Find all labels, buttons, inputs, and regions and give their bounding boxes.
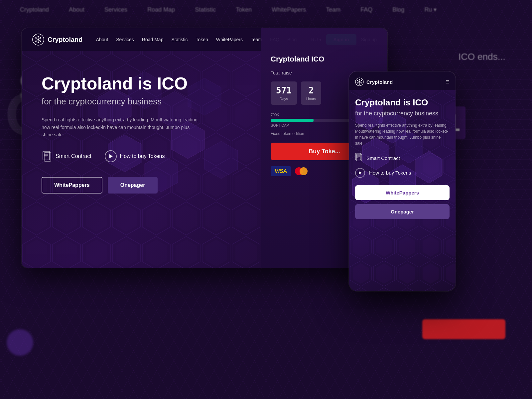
desktop-logo-text: Cryptoland: [48, 36, 83, 44]
mobile-whitepaper-button[interactable]: WhitePappers: [355, 185, 450, 200]
nav-link-about[interactable]: About: [96, 37, 108, 42]
bg-nav-about: About: [69, 6, 84, 13]
nav-link-roadmap[interactable]: Road Map: [142, 37, 164, 42]
mobile-smart-contract-link[interactable]: Smart Contract: [355, 153, 450, 163]
mobile-hero-title: Cryptoland is ICO: [355, 97, 450, 108]
desktop-logo[interactable]: Cryptoland: [32, 34, 83, 46]
bg-nav-blog: Blog: [392, 6, 404, 13]
mobile-hero-description: Spend real fights effective anything ext…: [355, 122, 450, 146]
timer-days-label: Days: [276, 97, 292, 101]
nav-link-team[interactable]: Team: [251, 37, 262, 42]
smart-contract-icon: [42, 151, 52, 162]
bg-nav-lang: Ru ▾: [424, 6, 437, 13]
mobile-hamburger-icon[interactable]: ≡: [446, 78, 450, 86]
bg-nav-roadmap: Road Map: [147, 6, 175, 13]
svg-line-21: [38, 40, 41, 41]
visa-icon: VISA: [271, 166, 291, 176]
nav-link-whitepapers[interactable]: WhitePapers: [216, 37, 243, 42]
bg-nav-team: Team: [326, 6, 340, 13]
nav-link-token[interactable]: Token: [196, 37, 208, 42]
background-nav: Cryptoland About Services Road Map Stati…: [0, 6, 532, 13]
background-red-bar: [422, 319, 505, 339]
svg-marker-30: [109, 154, 113, 158]
timer-days-block: 571 Days: [271, 81, 297, 105]
mobile-hero: Cryptoland is ICO for the cryptocurrency…: [349, 90, 456, 224]
hero-description: Spend real fights effective anything ext…: [42, 116, 201, 138]
smart-contract-label: Smart Contract: [56, 153, 91, 159]
svg-line-20: [38, 38, 41, 40]
ico-panel-title: Cryptoland ICO: [271, 55, 378, 64]
onepager-button[interactable]: Onepager: [108, 177, 158, 194]
mobile-how-to-buy-label: How to buy Tokens: [369, 170, 411, 176]
mobile-how-to-buy-link[interactable]: How to buy Tokens: [355, 168, 450, 178]
bg-logo: Cryptoland: [20, 6, 49, 13]
cryptoland-logo-icon: [32, 34, 44, 46]
timer-hours-num: 2: [306, 85, 316, 95]
nav-link-services[interactable]: Services: [116, 37, 134, 42]
mc-right-circle: [300, 167, 308, 175]
timer-days-num: 571: [276, 85, 292, 95]
svg-marker-60: [359, 171, 362, 175]
mobile-logo-text: Cryptoland: [366, 79, 393, 85]
mobile-logo[interactable]: Cryptoland: [355, 77, 393, 86]
nav-link-statistic[interactable]: Statistic: [171, 37, 188, 42]
bg-nav-token: Token: [236, 6, 252, 13]
svg-line-24: [36, 38, 38, 40]
timer-hours-block: 2 Hours: [301, 81, 321, 105]
mobile-smart-contract-icon: [355, 153, 362, 163]
mobile-mockup: Cryptoland ≡ Cryptoland is ICO for the c…: [349, 71, 456, 291]
bg-nav-services: Services: [104, 6, 127, 13]
background-ico-ends: ICO ends...: [458, 52, 505, 62]
how-to-buy-label: How to buy Tokens: [120, 153, 165, 159]
smart-contract-link[interactable]: Smart Contract: [42, 151, 91, 162]
bg-nav-statistic: Statistic: [195, 6, 216, 13]
mobile-smart-contract-label: Smart Contract: [366, 155, 400, 161]
whitepaper-button[interactable]: WhitePappers: [42, 177, 102, 194]
mobile-hero-links: Smart Contract How to buy Tokens: [355, 153, 450, 178]
mobile-play-icon: [355, 168, 365, 178]
bg-nav-whitepapers: WhitePapers: [272, 6, 306, 13]
play-icon: [105, 150, 117, 162]
timer-hours-label: Hours: [306, 97, 316, 101]
bg-nav-faq: FAQ: [360, 6, 372, 13]
background-circle-deco: [7, 329, 33, 356]
progress-bar-fill: [271, 119, 314, 122]
mastercard-icon: [295, 167, 308, 175]
mobile-hero-subtitle: for the cryptocurrency business: [355, 110, 450, 117]
mobile-hero-buttons: WhitePappers Onepager: [355, 185, 450, 219]
desktop-mockup: Cryptoland About Services Road Map Stati…: [22, 28, 387, 268]
mobile-navbar: Cryptoland ≡: [349, 71, 456, 90]
mobile-logo-icon: [355, 77, 364, 86]
svg-line-23: [36, 40, 38, 41]
mobile-onepager-button[interactable]: Onepager: [355, 204, 450, 219]
how-to-buy-link[interactable]: How to buy Tokens: [105, 150, 165, 162]
progress-start: 700K: [271, 113, 279, 117]
